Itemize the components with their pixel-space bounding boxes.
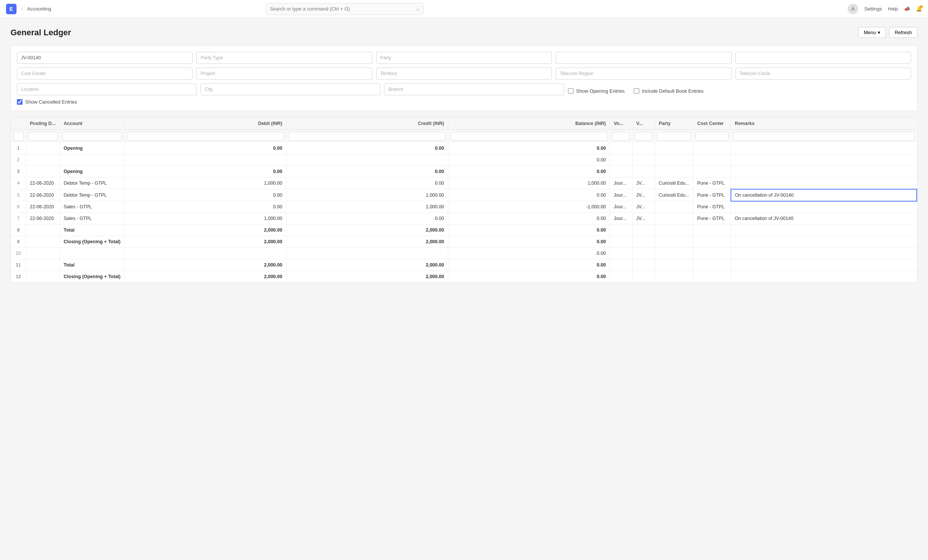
cell-vo [610,271,632,282]
cell-num: 2 [11,154,26,166]
app-logo: E [6,4,17,14]
col-header-v: V... [632,117,655,130]
notifications-icon[interactable]: 🔔 [916,6,922,12]
cell-account [60,248,125,259]
cell-cost_center: Pune - GTPL [693,213,731,224]
refresh-button[interactable]: Refresh [889,27,917,38]
table-row: 11Total2,000.002,000.000.00 [11,259,917,271]
cell-posting_date [26,166,60,177]
cell-credit: 2,000.00 [286,271,448,282]
page-header: General Ledger Menu ▾ Refresh [11,27,917,38]
telecom-circle-input[interactable] [736,67,911,79]
filter-party[interactable] [657,132,691,141]
cell-balance: 0.00 [448,248,610,259]
settings-button[interactable]: Settings [864,6,882,12]
cell-remarks [731,166,917,177]
territory-input[interactable] [376,67,552,79]
cell-remarks [731,143,917,154]
nav-chevron-icon: › [21,6,23,12]
search-input[interactable] [270,6,416,12]
city-input[interactable] [200,83,380,95]
cell-party [655,213,693,224]
filter-remarks[interactable] [733,132,914,141]
col-header-credit: Credit (INR) [286,117,448,130]
cell-cost_center: Pune - GTPL [693,189,731,201]
filter-balance[interactable] [450,132,607,141]
telecom-region-input[interactable] [556,67,731,79]
cell-party: Curiositi Edu... [655,177,693,189]
include-default-checkbox[interactable] [634,88,639,94]
checkbox-group: Show Opening Entries Include Default Boo… [568,86,911,95]
filter-cc[interactable] [696,132,728,141]
filter-row-2 [17,67,911,79]
page-actions: Menu ▾ Refresh [858,27,917,38]
page-title: General Ledger [11,28,71,38]
menu-button[interactable]: Menu ▾ [858,27,886,38]
table-header-row: Posting D... Account Debit (INR) Credit … [11,117,917,130]
global-search[interactable]: ⌕ [266,3,423,15]
nav-app-label[interactable]: Accounting [27,6,51,12]
nav-right: A Settings Help 📣 🔔 [848,4,922,14]
show-cancelled-checkbox[interactable] [17,99,23,105]
cell-v: JV... [632,189,655,201]
cell-posting_date [26,248,60,259]
table-row: 422-06-2020Debtor Temp - GTPL1,000.000.0… [11,177,917,189]
filter-vo[interactable] [612,132,630,141]
cell-account: Sales - GTPL [60,201,125,213]
help-button[interactable]: Help [888,6,898,12]
cost-center-input[interactable] [17,67,192,79]
filter-v[interactable] [635,132,652,141]
location-input[interactable] [17,83,197,95]
top-nav: E › Accounting ⌕ A Settings Help 📣 🔔 [0,0,928,18]
cell-party [655,248,693,259]
filter-account[interactable] [62,132,122,141]
filter-num[interactable] [13,132,24,141]
cell-posting_date [26,143,60,154]
filter-date[interactable] [29,132,58,141]
cell-balance: 0.00 [448,143,610,154]
cell-party [655,271,693,282]
cell-vo: Jour... [610,213,632,224]
cell-v [632,143,655,154]
filter-row-1 [17,52,911,64]
cell-balance: 0.00 [448,236,610,248]
project-input[interactable] [196,67,372,79]
party-input[interactable] [376,52,552,64]
cell-party [655,236,693,248]
show-cancelled-label[interactable]: Show Cancelled Entries [25,99,77,105]
cell-posting_date: 22-06-2020 [26,213,60,224]
cell-remarks [731,248,917,259]
show-opening-label[interactable]: Show Opening Entries [576,88,625,94]
filter-debit[interactable] [127,132,284,141]
col-header-balance: Balance (INR) [448,117,610,130]
col-header-cost-center: Cost Center [693,117,731,130]
filter-credit[interactable] [289,132,446,141]
announcements-icon[interactable]: 📣 [904,6,910,12]
cell-posting_date [26,224,60,236]
show-opening-checkbox[interactable] [568,88,574,94]
voucher-no-input[interactable] [17,52,192,64]
branch-input[interactable] [384,83,564,95]
table-row: 3Opening0.000.000.00 [11,166,917,177]
cell-party [655,166,693,177]
cell-credit [286,248,448,259]
cell-party [655,201,693,213]
cell-num: 8 [11,224,26,236]
cell-party [655,259,693,271]
table-filter-row [11,130,917,143]
cell-credit: 2,000.00 [286,224,448,236]
cell-vo [610,248,632,259]
party-type-input[interactable] [196,52,372,64]
filter-4-input[interactable] [556,52,731,64]
table-row: 12Closing (Opening + Total)2,000.002,000… [11,271,917,282]
cell-account: Total [60,224,125,236]
cell-balance: 0.00 [448,259,610,271]
cell-v [632,154,655,166]
avatar[interactable]: A [848,4,858,14]
include-default-label[interactable]: Include Default Book Entries [642,88,704,94]
filter-5-input[interactable] [736,52,911,64]
cell-cost_center [693,154,731,166]
cell-remarks: On cancellation of JV-00140 [731,213,917,224]
cell-vo [610,224,632,236]
cell-balance: 0.00 [448,154,610,166]
